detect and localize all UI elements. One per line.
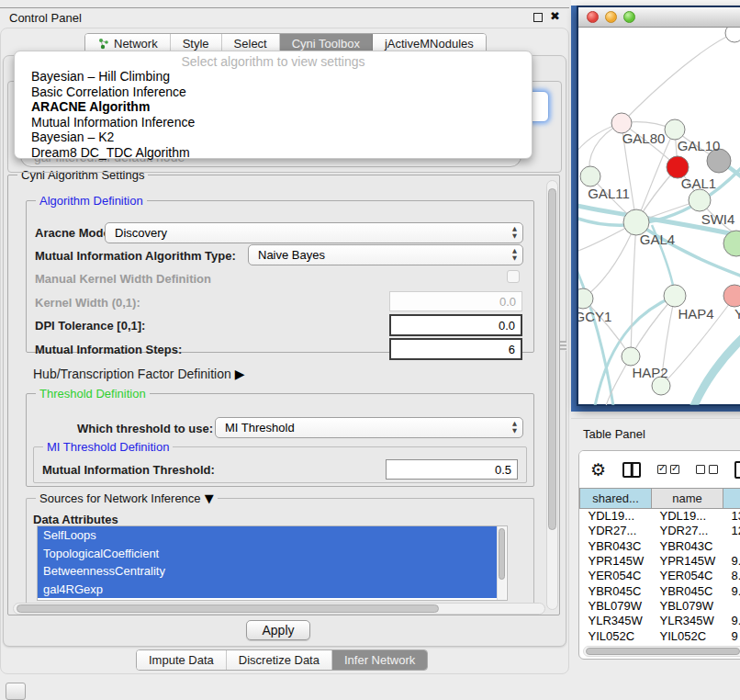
table-row[interactable]: YBR043CYBR043C (580, 538, 740, 553)
table-row[interactable]: YER054CYER054C8. (580, 569, 740, 583)
list-item-topologicalcoefficient[interactable]: TopologicalCoefficient (38, 545, 497, 563)
stepper-icon: ▲▼ (512, 420, 517, 435)
table-panel-title: Table Panel (583, 427, 645, 441)
list-item-selfloops[interactable]: SelfLoops (38, 526, 497, 545)
network-window[interactable]: GAL80 GAL10 GAL1 GAL11 SWI4 GAL4 GCY1 HA… (577, 6, 740, 406)
stepper-icon: ▲▼ (512, 247, 517, 262)
control-panel-title: Control Panel (9, 11, 82, 25)
table-row[interactable]: YPR145WYPR145W9. (580, 553, 740, 568)
settings-vertical-scrollbar[interactable] (546, 180, 558, 610)
tab-infer-network[interactable]: Infer Network (332, 650, 427, 670)
attributes-scrollbar[interactable] (497, 526, 506, 600)
table-row[interactable]: YBR045CYBR045C9. (580, 583, 740, 598)
kernel-width-label: Kernel Width (0,1): (35, 296, 140, 310)
close-traffic-light-icon[interactable] (587, 11, 599, 23)
network-graph[interactable]: GAL80 GAL10 GAL1 GAL11 SWI4 GAL4 GCY1 HA… (578, 28, 740, 405)
network-window-titlebar[interactable] (578, 7, 740, 28)
gear-icon[interactable]: ⚙ (590, 461, 606, 479)
table-row[interactable]: YLR345WYLR345W9. (580, 614, 740, 628)
node-hap2[interactable] (622, 347, 640, 366)
dpi-tolerance-field[interactable] (389, 314, 522, 336)
table-panel: ⚙ shared... name A YDL19...YDL19...13 YD… (578, 450, 740, 660)
menu-item-mutual-information[interactable]: Mutual Information Inference (15, 115, 532, 130)
label-gal11: GAL11 (588, 186, 630, 201)
label-gal80: GAL80 (622, 130, 666, 146)
table-row[interactable]: YBL079WYBL079W (580, 598, 740, 613)
list-item-gal4rgexp[interactable]: gal4RGexp (38, 581, 497, 599)
list-item-betweennesscentrality[interactable]: BetweennessCentrality (38, 562, 497, 581)
settings-horizontal-scrollbar[interactable] (13, 603, 545, 615)
menu-item-bayesian-k2[interactable]: Bayesian – K2 (15, 130, 532, 145)
node-unlabeled-top[interactable] (725, 28, 740, 42)
column-header-shared[interactable]: shared... (580, 489, 652, 509)
tab-impute-data[interactable]: Impute Data (137, 650, 227, 670)
close-icon[interactable]: ✖ (550, 9, 560, 23)
node-swi4[interactable] (689, 189, 711, 211)
minimized-panel-icon[interactable] (6, 683, 26, 700)
menu-item-aracne[interactable]: ARACNE Algorithm (15, 99, 532, 115)
aracne-mode-combo[interactable]: Discovery ▲▼ (105, 222, 523, 243)
mi-threshold-field[interactable] (386, 459, 518, 480)
column-header-partial[interactable]: A (723, 489, 740, 509)
app-root: { "control_panel": { "title": "Control P… (0, 0, 740, 700)
threshold-definition-title: Threshold Definition (36, 387, 150, 401)
data-attributes-list[interactable]: SelfLoops TopologicalCoefficient Between… (37, 525, 508, 601)
menu-item-dream8[interactable]: Dream8 DC_TDC Algorithm (15, 145, 532, 161)
table-row[interactable]: YIL052CYIL052C9 (580, 628, 740, 643)
sources-title[interactable]: Sources for Network Inference ▼ (36, 491, 218, 505)
label-y-partial: Y (734, 306, 740, 322)
label-gal4: GAL4 (640, 231, 675, 247)
mi-threshold-label: Mutual Information Threshold: (42, 463, 215, 477)
deselect-all-columns-icon[interactable] (696, 465, 718, 474)
node-gal11[interactable] (580, 166, 600, 186)
mi-threshold-title: MI Threshold Definition (43, 440, 173, 454)
minimize-traffic-light-icon[interactable] (605, 11, 617, 23)
stepper-icon: ▲▼ (512, 225, 517, 240)
data-attributes-label: Data Attributes (33, 513, 118, 526)
menu-item-basic-correlation[interactable]: Basic Correlation Inference (15, 85, 532, 100)
label-gal10: GAL10 (678, 138, 721, 153)
apply-button[interactable]: Apply (246, 620, 310, 640)
which-threshold-label: Which threshold to use: (77, 422, 213, 435)
table-header-row: shared... name A (580, 489, 740, 509)
table-horizontal-scrollbar[interactable] (583, 646, 740, 657)
label-swi4: SWI4 (701, 211, 735, 227)
hub-definition-toggle[interactable]: Hub/Transcription Factor Definition ▶ (33, 367, 244, 381)
zoom-traffic-light-icon[interactable] (623, 11, 635, 23)
menu-item-bayesian-hill-climbing[interactable]: Bayesian – Hill Climbing (15, 69, 532, 85)
label-hap2: HAP2 (632, 365, 667, 380)
mi-steps-label: Mutual Information Steps: (35, 343, 182, 356)
dpi-tolerance-label: DPI Tolerance [0,1]: (35, 319, 145, 333)
mi-steps-field[interactable] (389, 338, 522, 360)
node-table: shared... name A YDL19...YDL19...13 YDR2… (579, 488, 740, 643)
label-gal1: GAL1 (681, 175, 716, 191)
dropdown-prompt: Select algorithm to view settings (15, 51, 532, 69)
mi-type-combo[interactable]: Naive Bayes ▲▼ (248, 244, 523, 265)
new-table-icon[interactable] (734, 461, 740, 479)
float-window-icon[interactable] (533, 13, 543, 22)
label-hap4: HAP4 (678, 306, 713, 322)
table-row[interactable]: YDR27...YDR27...12 (580, 524, 740, 538)
mi-type-label: Mutual Information Algorithm Type: (35, 249, 236, 263)
table-row[interactable]: YDL19...YDL19...13 (580, 509, 740, 524)
network-tab-icon (97, 38, 109, 50)
collapse-down-icon: ▼ (201, 491, 214, 505)
split-columns-icon[interactable] (622, 462, 641, 478)
tab-network-label: Network (114, 37, 158, 51)
label-gcy1: GCY1 (578, 309, 611, 324)
table-toolbar: ⚙ (579, 451, 740, 488)
panel-splitter[interactable] (560, 341, 566, 351)
manual-kernel-checkbox[interactable] (507, 270, 520, 283)
tab-discretize-data[interactable]: Discretize Data (227, 650, 332, 670)
which-threshold-combo[interactable]: MI Threshold ▲▼ (215, 417, 523, 438)
cyni-bottom-tabs: Impute Data Discretize Data Infer Networ… (136, 649, 428, 671)
network-canvas[interactable]: GAL80 GAL10 GAL1 GAL11 SWI4 GAL4 GCY1 HA… (578, 28, 740, 405)
node-salmon[interactable] (723, 285, 740, 307)
control-panel-top-border (0, 7, 569, 8)
node-hap4[interactable] (664, 285, 686, 307)
column-header-name[interactable]: name (652, 489, 723, 509)
kernel-width-field[interactable] (389, 291, 522, 311)
node-gal10[interactable] (665, 119, 685, 140)
select-all-columns-icon[interactable] (657, 465, 679, 474)
aracne-mode-label: Aracne Mode: (35, 226, 114, 240)
